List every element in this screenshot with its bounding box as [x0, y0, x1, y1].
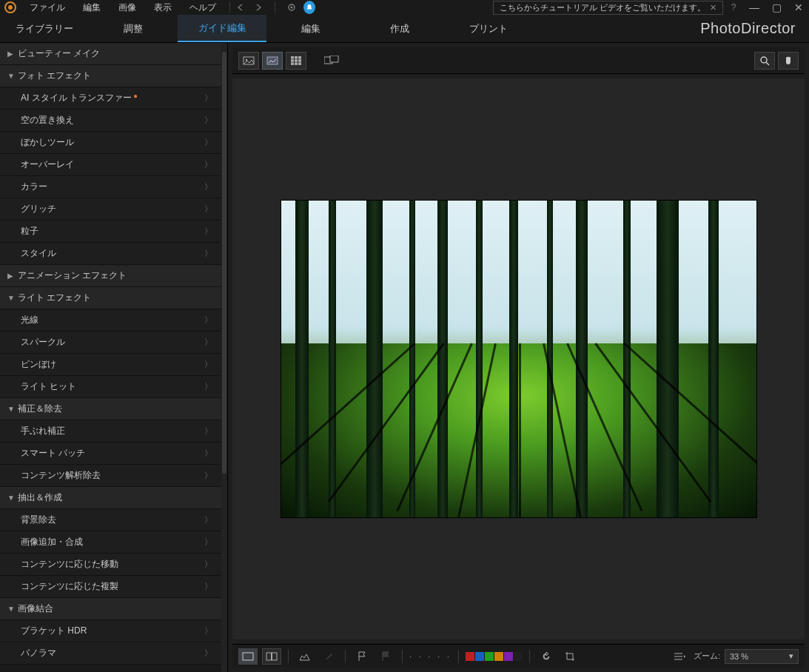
- tab-library[interactable]: ライブラリー: [0, 15, 89, 42]
- sidebar-item[interactable]: スパークル〉: [0, 332, 221, 354]
- pan-hand-icon[interactable]: [778, 52, 799, 70]
- menu-view[interactable]: 表示: [145, 1, 181, 14]
- view-fit-icon[interactable]: [262, 52, 283, 70]
- menu-image[interactable]: 画像: [110, 1, 145, 14]
- histogram-toggle-icon[interactable]: [295, 648, 315, 665]
- chevron-right-icon: 〉: [204, 381, 212, 392]
- color-swatch[interactable]: [514, 652, 523, 661]
- tab-guided-edit[interactable]: ガイド編集: [178, 15, 266, 42]
- undo-icon[interactable]: [235, 1, 246, 13]
- sidebar-item[interactable]: AI スタイル トランスファー●〉: [0, 87, 221, 110]
- list-toggle-icon[interactable]: [670, 648, 689, 665]
- view-grid-icon[interactable]: [286, 52, 306, 70]
- sidebar-item[interactable]: グリッチ〉: [0, 198, 221, 221]
- main-menu: ファイル 編集 画像 表示 ヘルプ: [21, 1, 225, 14]
- svg-rect-20: [243, 653, 253, 660]
- rotate-icon[interactable]: [537, 648, 556, 665]
- rating-stars[interactable]: · · · · ·: [409, 651, 452, 662]
- settings-gear-icon[interactable]: [286, 1, 298, 13]
- crop-icon[interactable]: [560, 648, 580, 665]
- tab-edit[interactable]: 編集: [266, 15, 355, 42]
- sidebar-item[interactable]: コンテンツ解析除去〉: [0, 465, 221, 487]
- sidebar-item-label: 光線: [21, 314, 38, 326]
- dual-monitor-icon[interactable]: [321, 52, 342, 70]
- effects-sidebar: ▶ビューティー メイク▼フォト エフェクトAI スタイル トランスファー●〉空の…: [0, 43, 228, 672]
- sidebar-item[interactable]: 粒子〉: [0, 221, 221, 243]
- menu-help[interactable]: ヘルプ: [181, 1, 225, 14]
- sidebar-category[interactable]: ▼抽出＆作成: [0, 487, 221, 509]
- svg-point-18: [761, 57, 767, 63]
- sidebar-category[interactable]: ▼ライト エフェクト: [0, 287, 221, 309]
- sidebar-item[interactable]: 背景除去〉: [0, 509, 221, 531]
- separator: [275, 2, 275, 13]
- sidebar-category[interactable]: ▶アニメーション エフェクト: [0, 265, 221, 287]
- sidebar-item[interactable]: パノラマ〉: [0, 642, 221, 665]
- help-icon[interactable]: ?: [728, 1, 739, 13]
- color-label-swatches: [466, 652, 523, 661]
- sidebar-item[interactable]: スタイル〉: [0, 243, 221, 265]
- notification-bell-icon[interactable]: [303, 1, 315, 13]
- tab-print[interactable]: プリント: [444, 15, 533, 42]
- chevron-right-icon: 〉: [204, 559, 212, 570]
- sidebar-item[interactable]: 画像追加・合成〉: [0, 531, 221, 554]
- tutorial-banner-button[interactable]: こちらからチュートリアル ビデオをご覧いただけます。 ✕: [493, 1, 723, 15]
- sidebar-item[interactable]: オーバーレイ〉: [0, 154, 221, 176]
- chevron-down-icon: ▾: [789, 651, 793, 661]
- reject-flag-icon[interactable]: [376, 648, 395, 665]
- menu-file[interactable]: ファイル: [21, 1, 74, 14]
- chevron-right-icon: ▶: [7, 272, 18, 280]
- sidebar-category[interactable]: ▼フォト エフェクト: [0, 65, 221, 87]
- sidebar-item[interactable]: ライト ヒット〉: [0, 376, 221, 398]
- color-swatch[interactable]: [485, 652, 494, 661]
- app-logo-icon: [3, 0, 18, 15]
- sidebar-item[interactable]: ぼかしツール〉: [0, 132, 221, 154]
- sidebar-item-label: 背景除去: [21, 514, 56, 526]
- color-swatch[interactable]: [494, 652, 503, 661]
- sidebar-item-label: ピンぼけ: [21, 358, 56, 371]
- sidebar-scrollbar[interactable]: [221, 43, 227, 672]
- color-swatch[interactable]: [475, 652, 484, 661]
- sidebar-item[interactable]: コンテンツに応じた移動〉: [0, 554, 221, 576]
- sidebar-item[interactable]: 光線〉: [0, 309, 221, 332]
- tab-create[interactable]: 作成: [355, 15, 444, 42]
- chevron-right-icon: 〉: [204, 337, 212, 348]
- flag-icon[interactable]: [352, 648, 372, 665]
- sidebar-category[interactable]: ▼画像結合: [0, 598, 221, 620]
- tab-adjust[interactable]: 調整: [89, 15, 178, 42]
- viewer-panel: · · · · · ズーム: 33 % ▾: [228, 43, 809, 672]
- svg-rect-12: [298, 59, 301, 62]
- zoom-select[interactable]: 33 % ▾: [725, 649, 799, 664]
- svg-point-1: [8, 5, 13, 10]
- sidebar-item[interactable]: カラー〉: [0, 176, 221, 198]
- color-swatch[interactable]: [466, 652, 474, 661]
- chevron-right-icon: 〉: [204, 93, 212, 104]
- close-icon[interactable]: ✕: [710, 3, 716, 13]
- compare-split-icon[interactable]: [262, 648, 281, 665]
- sidebar-item[interactable]: コンテンツに応じた複製〉: [0, 576, 221, 598]
- zoom-label: ズーム:: [694, 651, 720, 662]
- zoom-tool-icon[interactable]: [754, 52, 775, 70]
- svg-rect-14: [295, 62, 298, 65]
- color-swatch[interactable]: [504, 652, 513, 661]
- tutorial-banner-label: こちらからチュートリアル ビデオをご覧いただけます。: [500, 2, 705, 13]
- redo-icon[interactable]: [252, 1, 264, 13]
- sidebar-item-label: カラー: [21, 181, 47, 193]
- sidebar-item-label: 空の置き換え: [21, 114, 74, 127]
- sidebar-item[interactable]: ピンぼけ〉: [0, 354, 221, 376]
- close-button[interactable]: ✕: [791, 1, 806, 13]
- sidebar-item[interactable]: 手ぶれ補正〉: [0, 420, 221, 443]
- minimize-button[interactable]: —: [747, 1, 762, 13]
- menu-edit[interactable]: 編集: [74, 1, 110, 14]
- compare-single-icon[interactable]: [238, 648, 258, 665]
- view-single-icon[interactable]: [238, 52, 259, 70]
- sidebar-item[interactable]: スマート パッチ〉: [0, 443, 221, 465]
- chevron-down-icon: ▼: [7, 405, 18, 413]
- maximize-button[interactable]: ▢: [769, 1, 784, 13]
- sidebar-category[interactable]: ▶ビューティー メイク: [0, 43, 221, 65]
- chevron-right-icon: 〉: [204, 514, 212, 525]
- sidebar-category[interactable]: ▼補正＆除去: [0, 398, 221, 420]
- image-canvas[interactable]: [232, 78, 805, 639]
- sidebar-item-label: パノラマ: [21, 647, 56, 659]
- sidebar-item[interactable]: ブラケット HDR〉: [0, 620, 221, 642]
- sidebar-item[interactable]: 空の置き換え〉: [0, 110, 221, 132]
